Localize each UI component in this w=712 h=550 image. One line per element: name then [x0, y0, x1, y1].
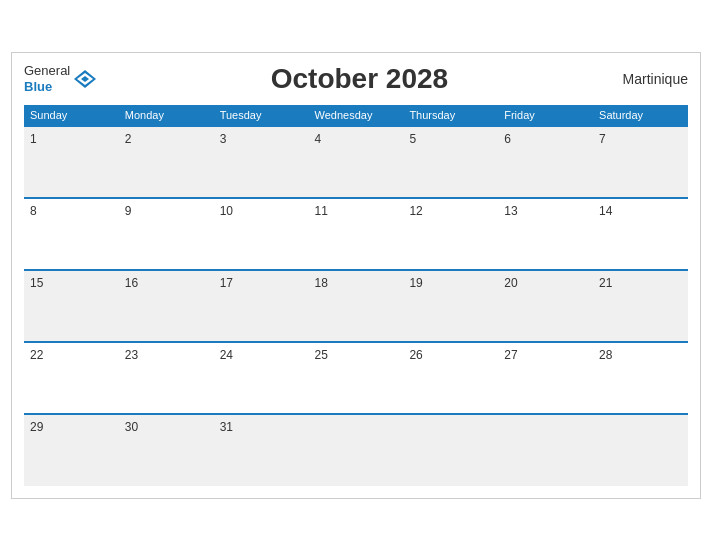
calendar-location: Martinique	[623, 71, 688, 87]
weekday-header-friday: Friday	[498, 105, 593, 126]
calendar-day: 8	[24, 198, 119, 270]
calendar-grid: SundayMondayTuesdayWednesdayThursdayFrid…	[24, 105, 688, 486]
calendar-day: 25	[309, 342, 404, 414]
week-row-2: 891011121314	[24, 198, 688, 270]
calendar-day	[403, 414, 498, 486]
calendar-day: 3	[214, 126, 309, 198]
logo-general: General	[24, 63, 70, 79]
calendar-day: 24	[214, 342, 309, 414]
calendar-day: 1	[24, 126, 119, 198]
calendar-day: 9	[119, 198, 214, 270]
weekday-header-row: SundayMondayTuesdayWednesdayThursdayFrid…	[24, 105, 688, 126]
calendar-day: 19	[403, 270, 498, 342]
calendar-day: 16	[119, 270, 214, 342]
calendar-day: 4	[309, 126, 404, 198]
calendar-day: 30	[119, 414, 214, 486]
calendar-day: 15	[24, 270, 119, 342]
calendar-day: 14	[593, 198, 688, 270]
calendar-day: 5	[403, 126, 498, 198]
calendar-container: General Blue October 2028 Martinique Sun…	[11, 52, 701, 499]
calendar-day: 18	[309, 270, 404, 342]
logo: General Blue	[24, 63, 96, 94]
week-row-4: 22232425262728	[24, 342, 688, 414]
logo-flag-icon	[74, 68, 96, 90]
calendar-day: 10	[214, 198, 309, 270]
week-row-3: 15161718192021	[24, 270, 688, 342]
weekday-header-wednesday: Wednesday	[309, 105, 404, 126]
weekday-header-saturday: Saturday	[593, 105, 688, 126]
calendar-day: 2	[119, 126, 214, 198]
calendar-day: 27	[498, 342, 593, 414]
calendar-day: 23	[119, 342, 214, 414]
weekday-header-sunday: Sunday	[24, 105, 119, 126]
weekday-header-monday: Monday	[119, 105, 214, 126]
calendar-day	[593, 414, 688, 486]
calendar-day: 31	[214, 414, 309, 486]
calendar-day: 29	[24, 414, 119, 486]
weekday-header-thursday: Thursday	[403, 105, 498, 126]
weekday-header-tuesday: Tuesday	[214, 105, 309, 126]
calendar-day: 12	[403, 198, 498, 270]
calendar-day: 11	[309, 198, 404, 270]
calendar-day: 26	[403, 342, 498, 414]
calendar-day	[498, 414, 593, 486]
calendar-day: 28	[593, 342, 688, 414]
week-row-1: 1234567	[24, 126, 688, 198]
calendar-day: 22	[24, 342, 119, 414]
calendar-day: 17	[214, 270, 309, 342]
calendar-title: October 2028	[271, 63, 448, 95]
calendar-day: 6	[498, 126, 593, 198]
logo-text: General Blue	[24, 63, 70, 94]
calendar-header: General Blue October 2028 Martinique	[24, 63, 688, 95]
calendar-day: 7	[593, 126, 688, 198]
calendar-day: 13	[498, 198, 593, 270]
week-row-5: 293031	[24, 414, 688, 486]
calendar-day: 20	[498, 270, 593, 342]
logo-blue: Blue	[24, 79, 70, 95]
calendar-day	[309, 414, 404, 486]
calendar-day: 21	[593, 270, 688, 342]
